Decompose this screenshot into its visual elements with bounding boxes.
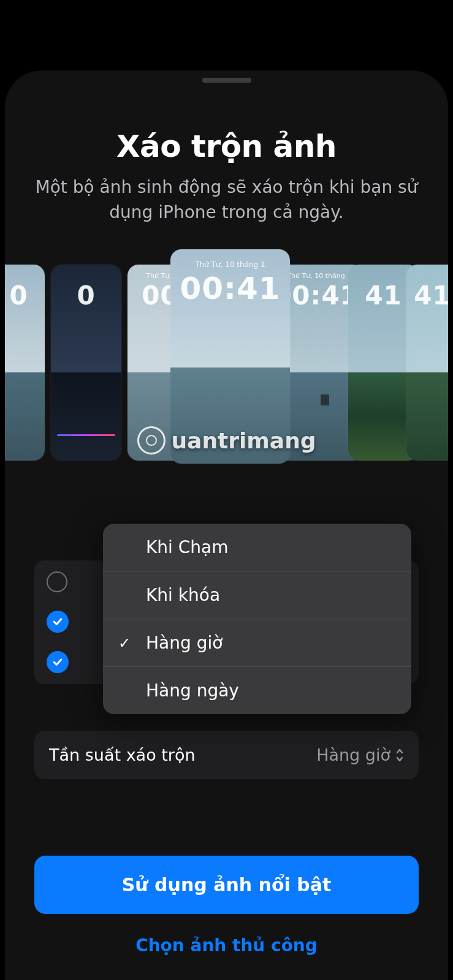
- card-time: 00:41: [170, 271, 290, 306]
- card-time: 0: [5, 281, 45, 311]
- link-label: Chọn ảnh thủ công: [135, 935, 318, 956]
- card-time: 0: [51, 281, 121, 311]
- checked-icon: [47, 651, 69, 673]
- button-label: Sử dụng ảnh nổi bật: [122, 874, 332, 895]
- popup-option-on-tap[interactable]: Khi Chạm: [103, 524, 411, 571]
- card-date: Thứ Tư, 10 tháng 1: [170, 260, 290, 269]
- choose-manually-link[interactable]: Chọn ảnh thủ công: [5, 935, 448, 956]
- frequency-label: Tần suất xáo trộn: [49, 745, 196, 764]
- updown-chevron-icon: [395, 748, 404, 763]
- frequency-value: Hàng giờ: [316, 745, 390, 764]
- wallpaper-card[interactable]: 41: [406, 265, 448, 461]
- home-indicator: [202, 78, 251, 83]
- card-time: 41: [406, 281, 448, 311]
- frequency-popup: Khi Chạm Khi khóa ✓ Hàng giờ Hàng ngày: [103, 524, 411, 714]
- popup-option-label: Hàng ngày: [146, 680, 239, 701]
- popup-option-daily[interactable]: Hàng ngày: [103, 667, 411, 714]
- watermark-logo-icon: [137, 426, 165, 454]
- popup-option-on-lock[interactable]: Khi khóa: [103, 571, 411, 619]
- checkmark-icon: ✓: [118, 635, 131, 652]
- page-subtitle: Một bộ ảnh sinh động sẽ xáo trộn khi bạn…: [34, 175, 419, 225]
- wallpaper-card[interactable]: 0: [51, 265, 121, 461]
- popup-option-label: Hàng giờ: [146, 633, 223, 653]
- wallpaper-carousel[interactable]: 0 0 Thứ Tư, 10 tháng 00:4 Thứ Tư, 10 thá…: [5, 240, 448, 451]
- use-featured-photos-button[interactable]: Sử dụng ảnh nổi bật: [34, 856, 419, 914]
- popup-option-label: Khi Chạm: [146, 537, 229, 557]
- page-title: Xáo trộn ảnh: [5, 129, 448, 164]
- watermark: uantrimang: [137, 426, 316, 454]
- phone-screen: Xáo trộn ảnh Một bộ ảnh sinh động sẽ xáo…: [5, 70, 448, 980]
- checked-icon: [47, 611, 69, 633]
- watermark-text: uantrimang: [171, 428, 316, 453]
- popup-option-hourly[interactable]: ✓ Hàng giờ: [103, 619, 411, 667]
- unchecked-icon: [47, 571, 67, 592]
- popup-option-label: Khi khóa: [146, 585, 220, 605]
- wallpaper-card[interactable]: 0: [5, 265, 45, 461]
- frequency-row[interactable]: Tần suất xáo trộn Hàng giờ: [34, 731, 419, 779]
